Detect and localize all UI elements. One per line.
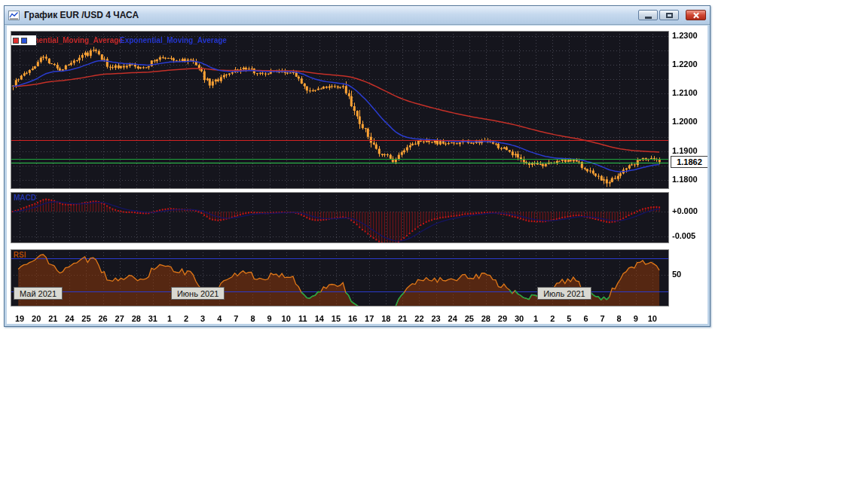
- date-tick-label: 24: [65, 314, 74, 324]
- date-tick-label: 2: [184, 314, 188, 324]
- ema-legend-blue: Exponential_Moving_Average: [120, 36, 227, 44]
- chart-client-area: Exponential_Moving_Average Exponential_M…: [7, 26, 708, 324]
- date-tick-label: 15: [332, 314, 341, 324]
- date-tick-label: 3: [200, 314, 205, 324]
- date-tick-label: 19: [15, 314, 24, 324]
- date-tick-label: 14: [315, 314, 324, 324]
- macd-indicator-label: MACD: [14, 194, 36, 202]
- blue-swatch-icon: [21, 38, 27, 44]
- price-tick-label: 1.2100: [672, 88, 698, 98]
- date-tick-label: 25: [465, 314, 474, 324]
- maximize-icon: [666, 13, 673, 18]
- date-tick-label: 17: [365, 314, 374, 324]
- date-tick-label: 9: [634, 314, 638, 324]
- window-controls: [637, 10, 706, 20]
- date-tick-label: 8: [250, 314, 255, 324]
- month-label: Май 2021: [14, 287, 63, 300]
- current-price-tag: 1.1862: [671, 156, 708, 168]
- legend-swatches: [11, 35, 36, 45]
- close-icon: [692, 11, 700, 20]
- date-tick-label: 21: [398, 314, 407, 324]
- date-tick-label: 7: [600, 314, 604, 324]
- date-tick-label: 31: [148, 314, 157, 324]
- red-swatch-icon: [13, 38, 19, 44]
- chart-canvas[interactable]: [7, 26, 708, 324]
- date-tick-label: 10: [648, 314, 657, 324]
- date-tick-label: 18: [381, 314, 390, 324]
- price-tick-label: 1.1900: [672, 146, 698, 156]
- date-tick-label: 21: [48, 314, 57, 324]
- price-tick-label: 1.1800: [672, 175, 698, 185]
- window-titlebar[interactable]: График EUR /USD 4 ЧАСА: [5, 6, 710, 25]
- date-tick-label: 20: [32, 314, 41, 324]
- macd-tick-label: -0.005: [672, 231, 695, 241]
- price-tick-label: 1.2300: [672, 31, 698, 41]
- date-tick-label: 25: [81, 314, 90, 324]
- rsi-tick-label: 50: [672, 270, 681, 279]
- minimize-icon: [645, 17, 652, 19]
- price-tick-label: 1.2000: [672, 117, 698, 127]
- date-tick-label: 8: [617, 314, 622, 324]
- minimize-button[interactable]: [638, 10, 658, 20]
- date-tick-label: 28: [132, 314, 141, 324]
- date-tick-label: 22: [414, 314, 423, 324]
- date-tick-label: 23: [431, 314, 440, 324]
- date-tick-label: 9: [267, 314, 271, 324]
- date-tick-label: 1: [167, 314, 172, 324]
- price-tick-label: 1.2200: [672, 59, 698, 69]
- date-tick-label: 10: [282, 314, 291, 324]
- month-label: Июнь 2021: [171, 287, 225, 300]
- date-tick-label: 24: [448, 314, 457, 324]
- date-tick-label: 30: [515, 314, 524, 324]
- date-tick-label: 1: [533, 314, 538, 324]
- date-tick-label: 5: [567, 314, 571, 324]
- date-tick-label: 2: [550, 314, 555, 324]
- date-tick-label: 29: [498, 314, 507, 324]
- date-tick-label: 16: [348, 314, 357, 324]
- date-tick-label: 26: [98, 314, 107, 324]
- chart-icon: [8, 10, 20, 20]
- rsi-indicator-label: RSI: [14, 251, 26, 259]
- date-tick-label: 11: [298, 314, 307, 324]
- month-label: Июль 2021: [537, 287, 591, 300]
- close-button[interactable]: [686, 10, 706, 20]
- date-tick-label: 4: [217, 314, 222, 324]
- macd-tick-label: +0.000: [672, 206, 698, 216]
- date-tick-label: 28: [481, 314, 491, 324]
- maximize-button[interactable]: [659, 10, 679, 20]
- date-tick-label: 27: [115, 314, 124, 324]
- date-tick-label: 6: [583, 314, 588, 324]
- chart-window: График EUR /USD 4 ЧАСА Exponential_Movin…: [4, 5, 711, 327]
- window-title: График EUR /USD 4 ЧАСА: [24, 10, 139, 20]
- date-tick-label: 7: [234, 314, 238, 324]
